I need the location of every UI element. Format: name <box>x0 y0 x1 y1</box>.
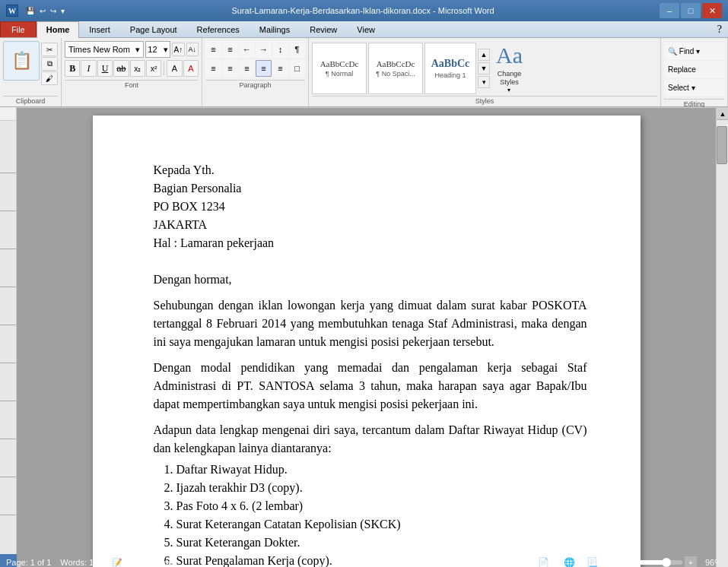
font-size-value: 12 <box>148 45 157 54</box>
zoom-track[interactable] <box>622 560 682 565</box>
strikethrough-button[interactable]: ab <box>113 60 129 77</box>
tab-mailings[interactable]: Mailings <box>250 21 300 37</box>
close-button[interactable]: ✕ <box>702 3 722 18</box>
font-color-button[interactable]: A <box>183 60 199 77</box>
font-group-label: Font <box>65 80 199 89</box>
font-name-dropdown[interactable]: Times New Rom ▾ <box>65 41 144 58</box>
increase-indent-button[interactable]: → <box>256 41 272 58</box>
clipboard-group: 📋 ✂ ⧉ 🖌 Clipboard <box>0 38 62 106</box>
italic-button[interactable]: I <box>81 60 96 77</box>
tab-insert[interactable]: Insert <box>79 21 120 37</box>
subscript-button[interactable]: x₂ <box>130 60 145 77</box>
decrease-indent-button[interactable]: ← <box>239 41 255 58</box>
vertical-scrollbar[interactable]: ▲ ▼ <box>716 108 728 567</box>
underline-button[interactable]: U <box>97 60 113 77</box>
align-right-button[interactable]: ≡ <box>239 60 255 77</box>
font-group: Times New Rom ▾ 12 ▾ A↑ A↓ B I U ab x₂ x… <box>62 38 202 106</box>
view-web-button[interactable]: 🌐 <box>564 557 575 567</box>
paste-button[interactable]: 📋 <box>3 41 40 81</box>
align-left-button[interactable]: ≡ <box>205 60 221 77</box>
list-item-1: Daftar Riwayat Hidup. <box>176 461 587 479</box>
sort-button[interactable]: ↕ <box>272 41 288 58</box>
align-center-button[interactable]: ≡ <box>222 60 238 77</box>
window-controls: – □ ✕ <box>660 3 722 18</box>
tab-view[interactable]: View <box>347 21 385 37</box>
doc-scroll-area: Kepada Yth. Bagian Personalia PO BOX 123… <box>17 108 728 567</box>
view-draft-button[interactable]: 📃 <box>587 557 598 567</box>
quick-redo-button[interactable]: ↪ <box>49 6 58 16</box>
shading-button[interactable]: □ <box>289 60 305 77</box>
minimize-button[interactable]: – <box>660 3 679 18</box>
document-list: Daftar Riwayat Hidup. Ijazah terakhir D3… <box>176 461 587 567</box>
tab-page-layout[interactable]: Page Layout <box>120 21 187 37</box>
word-count: Words: 156 <box>60 558 103 567</box>
tab-file[interactable]: File <box>0 21 37 37</box>
paragraph-group: ≡ ≡ ← → ↕ ¶ ≡ ≡ ≡ ≡ ≡ □ Paragraph <box>202 38 309 106</box>
style-no-spacing[interactable]: AaBbCcDc ¶ No Spaci... <box>368 43 423 94</box>
quick-undo-button[interactable]: ↩ <box>38 6 47 16</box>
cut-button[interactable]: ✂ <box>41 43 58 56</box>
scroll-up-button[interactable]: ▲ <box>717 108 728 120</box>
styles-scroll-down[interactable]: ▼ <box>478 62 490 74</box>
rulers-row: Kepada Yth. Bagian Personalia PO BOX 123… <box>0 107 728 554</box>
change-styles-button[interactable]: Aa ChangeStyles ▾ <box>491 43 527 94</box>
tab-references[interactable]: References <box>187 21 250 37</box>
view-print-button[interactable]: 📄 <box>538 557 549 567</box>
style-normal[interactable]: AaBbCcDc ¶ Normal <box>312 43 367 94</box>
address-line-4: JAKARTA <box>154 216 587 234</box>
tab-home[interactable]: Home <box>37 21 80 38</box>
style-no-spacing-label: ¶ No Spaci... <box>376 70 415 78</box>
document-scroll[interactable]: Kepada Yth. Bagian Personalia PO BOX 123… <box>17 108 716 567</box>
format-painter-button[interactable]: 🖌 <box>41 71 58 85</box>
justify-button[interactable]: ≡ <box>256 60 272 77</box>
font-size-chevron: ▾ <box>164 45 168 55</box>
address-line-5: Hal : Lamaran pekerjaan <box>154 234 587 252</box>
address-block: Kepada Yth. Bagian Personalia PO BOX 123… <box>154 161 587 252</box>
title-bar-left: W 💾 ↩ ↪ ▾ <box>6 5 66 17</box>
address-line-3: PO BOX 1234 <box>154 198 587 216</box>
spell-check-icon[interactable]: 📝 <box>112 558 122 568</box>
paragraph-2: Dengan modal pendidikan yang memadai dan… <box>154 359 587 413</box>
quick-save-button[interactable]: 💾 <box>24 6 37 16</box>
view-outline-button[interactable]: ≡ <box>578 557 583 567</box>
line-spacing-button[interactable]: ≡ <box>272 60 288 77</box>
zoom-in-button[interactable]: + <box>685 556 697 567</box>
zoom-thumb[interactable] <box>662 558 671 567</box>
numbering-button[interactable]: ≡ <box>222 41 238 58</box>
style-heading1[interactable]: AaBbCc Heading 1 <box>424 43 476 94</box>
list-item-4: Surat Keterangan Catatan Kepolisian (SKC… <box>176 515 587 534</box>
document-page[interactable]: Kepada Yth. Bagian Personalia PO BOX 123… <box>93 116 641 567</box>
scroll-thumb[interactable] <box>717 126 727 164</box>
bold-button[interactable]: B <box>65 60 80 77</box>
styles-more[interactable]: ▾ <box>478 76 490 88</box>
tab-review[interactable]: Review <box>300 21 347 37</box>
style-heading1-label: Heading 1 <box>434 71 466 79</box>
styles-scroll-up[interactable]: ▲ <box>478 49 490 61</box>
styles-group-label: Styles <box>312 96 657 105</box>
ribbon-help-icon[interactable]: ? <box>717 24 722 36</box>
find-button[interactable]: 🔍 Find ▾ <box>664 43 724 59</box>
superscript-button[interactable]: x² <box>146 60 161 77</box>
quick-menu-button[interactable]: ▾ <box>59 6 66 16</box>
font-size-dropdown[interactable]: 12 ▾ <box>145 41 170 58</box>
change-styles-icon: Aa <box>496 43 523 68</box>
styles-group: AaBbCcDc ¶ Normal AaBbCcDc ¶ No Spaci...… <box>309 38 661 106</box>
highlight-button[interactable]: A <box>167 60 182 77</box>
copy-button[interactable]: ⧉ <box>41 57 58 71</box>
language-indicator[interactable]: Indonesian <box>132 558 173 567</box>
list-item-2: Ijazah terakhir D3 (copy). <box>176 479 587 497</box>
view-full-screen-button[interactable]: ⬚ <box>552 557 561 567</box>
scroll-track[interactable] <box>717 120 728 567</box>
maximize-button[interactable]: □ <box>681 3 701 18</box>
ruler-corner <box>0 107 17 121</box>
bullets-button[interactable]: ≡ <box>205 41 221 58</box>
doc-panel: Kepada Yth. Bagian Personalia PO BOX 123… <box>17 107 728 554</box>
window-title: Surat-Lamaran-Kerja-Berdasarkan-Iklan-di… <box>66 6 660 15</box>
font-grow-button[interactable]: A↑ <box>172 43 184 56</box>
show-hide-button[interactable]: ¶ <box>289 41 305 58</box>
select-button[interactable]: Select ▾ <box>664 79 724 96</box>
style-heading1-preview: AaBbCc <box>431 58 470 70</box>
zoom-out-button[interactable]: – <box>607 556 619 567</box>
font-shrink-button[interactable]: A↓ <box>186 43 199 56</box>
replace-button[interactable]: Replace <box>664 61 724 78</box>
